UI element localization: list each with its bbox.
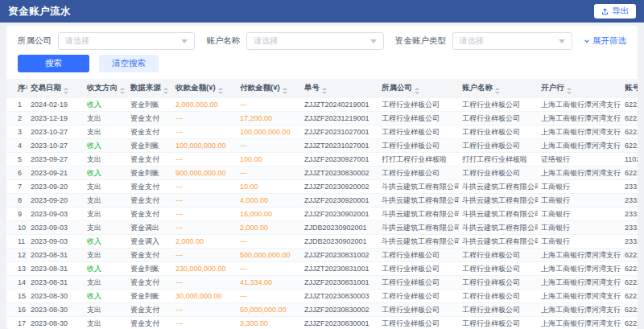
sort-icon[interactable] xyxy=(495,88,500,94)
cell-account-no: 62223011... xyxy=(621,303,638,317)
cell-account-no: 23329499... xyxy=(621,221,638,235)
column-header-10[interactable]: 账号 xyxy=(621,79,638,98)
cell-account-no: 62223011... xyxy=(621,276,638,290)
cell-source: 资金到账 xyxy=(127,167,172,180)
column-header-0: 序号 xyxy=(6,79,27,98)
sort-icon[interactable] xyxy=(218,88,223,94)
cell-source: 资金支付 xyxy=(127,303,172,317)
column-header-8[interactable]: 账户名称 xyxy=(459,79,538,98)
cell-receive-amount: --- xyxy=(172,112,237,125)
sort-icon[interactable] xyxy=(322,88,327,94)
expand-filter-link[interactable]: 展开筛选 xyxy=(584,35,626,47)
cell-date: 2023-09-20 xyxy=(27,194,84,208)
cell-company: 斗拱云建筑工程有限公司 xyxy=(378,180,459,194)
cell-source: 资金支付 xyxy=(127,194,172,208)
cell-direction: 支出 xyxy=(84,303,127,317)
column-header-3[interactable]: 数据来源 xyxy=(127,79,172,98)
cell-account-name: 工程行业样板公司 xyxy=(459,290,538,303)
cell-bank: 上海工商银行潭河湾支行 xyxy=(538,290,621,303)
cell-receive-amount: --- xyxy=(172,221,237,235)
column-header-5[interactable]: 付款金额(¥) xyxy=(237,79,301,98)
cell-order-no: ZJJZT20230830003 xyxy=(301,290,378,303)
column-header-4[interactable]: 收款金额(¥) xyxy=(172,79,237,98)
cell-source: 资金支付 xyxy=(127,208,172,221)
table-row[interactable]: 92023-09-03支出资金支付---16,000.00ZJJZF202309… xyxy=(6,208,638,221)
clear-search-button[interactable]: 清空搜索 xyxy=(99,55,159,72)
cell-receive-amount: --- xyxy=(172,180,237,194)
table-row[interactable]: 162023-08-30支出资金支付---50,000,000.00ZJJZF2… xyxy=(6,303,638,317)
cell-pay-amount: 3,300.00 xyxy=(237,317,301,329)
sort-icon[interactable] xyxy=(64,88,68,94)
table-row[interactable]: 172023-08-30支出资金支付---3,300.00ZJJZF202308… xyxy=(6,317,638,329)
table-row[interactable]: 142023-08-31支出资金支付---41,334.00ZJJZF20230… xyxy=(6,276,638,290)
table-row[interactable]: 12024-02-19收入资金到账2,000,000.00---ZJJZT202… xyxy=(6,98,638,112)
cell-source: 资金到账 xyxy=(127,262,172,276)
cell-index: 12 xyxy=(6,249,27,262)
cell-date: 2023-09-27 xyxy=(27,153,84,167)
cell-source: 资金支付 xyxy=(127,180,172,194)
cell-account-name: 斗拱云建筑工程有限公司 xyxy=(459,180,538,194)
table-row[interactable]: 82023-09-20支出资金支付---4,000.00ZJJZF2023092… xyxy=(6,194,638,208)
cell-index: 7 xyxy=(6,180,27,194)
column-header-7[interactable]: 所属公司 xyxy=(378,79,459,98)
table-row[interactable]: 72023-09-20支出资金支付---10.00ZJJZF2023092000… xyxy=(6,180,638,194)
cell-direction: 支出 xyxy=(84,276,127,290)
cell-pay-amount: 2,000.00 xyxy=(237,221,301,235)
cell-bank: 工商银行 xyxy=(538,208,621,221)
cell-bank: 工商银行 xyxy=(538,180,621,194)
table-row[interactable]: 52023-09-27支出资金支付---100.00ZJJZF202309270… xyxy=(6,153,638,167)
cell-receive-amount: --- xyxy=(172,303,237,317)
table-row[interactable]: 32023-10-27支出资金支付---100,000,000.00ZJJZF2… xyxy=(6,125,638,139)
cell-bank: 上海工商银行潭河湾支行 xyxy=(538,167,621,180)
cell-order-no: ZJJZF20230830001 xyxy=(301,317,378,329)
cell-receive-amount: --- xyxy=(172,194,237,208)
cell-date: 2023-08-30 xyxy=(27,290,84,303)
cell-date: 2023-08-30 xyxy=(27,317,84,329)
cell-index: 2 xyxy=(6,112,27,125)
sort-icon[interactable] xyxy=(120,88,125,94)
column-label: 数据来源 xyxy=(130,83,161,92)
cell-source: 资金支付 xyxy=(127,317,172,329)
table-row[interactable]: 122023-08-31支出资金支付---500,000,000.00ZJJZF… xyxy=(6,249,638,262)
cell-company: 工程行业样板公司 xyxy=(378,276,459,290)
company-select[interactable]: 请选择 xyxy=(58,32,195,50)
cell-index: 16 xyxy=(6,303,27,317)
cell-account-no: 23329499... xyxy=(621,208,638,221)
cell-receive-amount: 230,000,000.00 xyxy=(172,262,237,276)
cell-company: 工程行业样板公司 xyxy=(378,112,459,125)
sort-icon[interactable] xyxy=(567,88,572,94)
sort-icon[interactable] xyxy=(283,88,287,94)
cell-date: 2023-09-21 xyxy=(27,167,84,180)
sort-icon[interactable] xyxy=(415,88,419,94)
table-row[interactable]: 102023-09-03支出资金调出---2,000.00ZJDB2023090… xyxy=(6,221,638,235)
sort-icon[interactable] xyxy=(163,88,168,94)
cell-order-no: ZJJZF20230830002 xyxy=(301,303,378,317)
table-row[interactable]: 62023-09-21收入资金到账900,000,000.00---ZJJZT2… xyxy=(6,167,638,180)
chevron-down-icon xyxy=(181,39,188,43)
cell-direction: 支出 xyxy=(84,180,127,194)
account-name-select[interactable]: 请选择 xyxy=(246,32,383,50)
export-button[interactable]: 导出 xyxy=(594,4,636,19)
export-icon xyxy=(601,8,609,15)
cell-date: 2023-09-03 xyxy=(27,221,84,235)
cell-pay-amount: 4,000.00 xyxy=(237,194,301,208)
column-header-2[interactable]: 收支方向 xyxy=(84,79,127,98)
column-header-9[interactable]: 开户行 xyxy=(538,79,621,98)
cell-account-no: 23329499... xyxy=(621,180,638,194)
cell-account-name: 工程行业样板公司 xyxy=(459,303,538,317)
table-row[interactable]: 112023-09-03收入资金调入2,000.00---ZJDB2023090… xyxy=(6,235,638,249)
column-header-6[interactable]: 单号 xyxy=(301,79,378,98)
table-row[interactable]: 42023-10-27收入资金到账100,000,000.00---ZJJZT2… xyxy=(6,139,638,153)
table-row[interactable]: 22023-12-19支出资金支付---17,200.00ZJJZF202312… xyxy=(6,112,638,125)
search-button[interactable]: 搜索 xyxy=(18,55,89,72)
cell-pay-amount: 41,334.00 xyxy=(237,276,301,290)
column-label: 序号 xyxy=(18,84,27,93)
cell-account-no: 11022382... xyxy=(621,153,638,167)
cell-bank: 上海工商银行潭河湾支行 xyxy=(538,317,621,329)
account-type-select[interactable]: 请选择 xyxy=(452,32,572,50)
cell-company: 工程行业样板公司 xyxy=(378,167,459,180)
table-row[interactable]: 152023-08-30收入资金到账30,000,000.00---ZJJZT2… xyxy=(6,290,638,303)
cell-source: 资金支付 xyxy=(127,276,172,290)
column-header-1[interactable]: 交易日期 xyxy=(27,79,84,98)
table-row[interactable]: 132023-08-31收入资金到账230,000,000.00---ZJJZT… xyxy=(6,262,638,276)
